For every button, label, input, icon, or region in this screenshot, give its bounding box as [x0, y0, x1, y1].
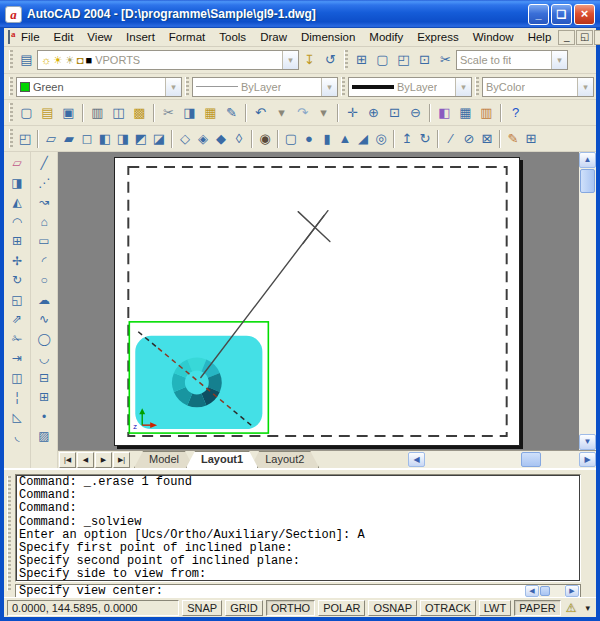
- view-diamond-se-icon[interactable]: ◈: [194, 129, 212, 149]
- viewport-scale-combo[interactable]: Scale to fit ▾: [456, 50, 568, 70]
- erase-icon[interactable]: ▱: [5, 154, 29, 174]
- paste-icon[interactable]: ▦: [200, 103, 221, 123]
- toolbar-grip[interactable]: [9, 77, 13, 97]
- chevron-down-icon[interactable]: ▾: [455, 78, 471, 96]
- copy-icon[interactable]: ◨: [179, 103, 200, 123]
- menu-insert[interactable]: Insert: [119, 29, 162, 45]
- flat-shaded-icon[interactable]: ◧: [96, 129, 114, 149]
- menu-express[interactable]: Express: [410, 29, 466, 45]
- tab-model[interactable]: Model: [134, 451, 194, 468]
- convert-to-viewport-icon[interactable]: ⊡: [414, 50, 435, 70]
- revolve-icon[interactable]: ↻: [416, 129, 434, 149]
- properties-icon[interactable]: ◧: [434, 103, 455, 123]
- toggle-osnap[interactable]: OSNAP: [368, 600, 417, 616]
- toggle-lwt[interactable]: LWT: [479, 600, 511, 616]
- revision-cloud-icon[interactable]: ☁: [32, 291, 56, 311]
- solids-box-icon[interactable]: ▢: [282, 129, 300, 149]
- array-icon[interactable]: ⊞: [5, 232, 29, 252]
- flat-shaded-edges-icon[interactable]: ◩: [132, 129, 150, 149]
- view-diamond-nw-icon[interactable]: ◊: [230, 129, 248, 149]
- close-button[interactable]: ×: [574, 4, 595, 25]
- 3d-wireframe-icon[interactable]: ▰: [60, 129, 78, 149]
- cut-icon[interactable]: ✂: [158, 103, 179, 123]
- maximize-button[interactable]: ❑: [551, 4, 572, 25]
- scroll-left-icon[interactable]: ◀: [408, 452, 425, 467]
- section-icon[interactable]: ⊘: [460, 129, 478, 149]
- interfere-icon[interactable]: ⊠: [478, 129, 496, 149]
- fillet-icon[interactable]: ◟: [5, 427, 29, 447]
- color-combo[interactable]: Green ▾: [16, 77, 182, 97]
- undo-dropdown-icon[interactable]: ▾: [271, 103, 292, 123]
- menu-help[interactable]: Help: [521, 29, 559, 45]
- redo-dropdown-icon[interactable]: ▾: [313, 103, 334, 123]
- setup-view-icon[interactable]: ⊞: [522, 129, 540, 149]
- new-icon[interactable]: ▢: [16, 103, 37, 123]
- chevron-down-icon[interactable]: ▾: [165, 78, 181, 96]
- vertical-scrollbar[interactable]: ▲ ▼: [579, 152, 596, 450]
- toggle-paper[interactable]: PAPER: [514, 600, 560, 616]
- trim-icon[interactable]: ✁: [5, 330, 29, 350]
- chamfer-icon[interactable]: ◺: [5, 408, 29, 428]
- horizontal-scroll-thumb[interactable]: [521, 452, 541, 467]
- toggle-grid[interactable]: GRID: [225, 600, 263, 616]
- mirror-icon[interactable]: ◭: [5, 193, 29, 213]
- command-input[interactable]: Specify view center:: [16, 584, 525, 598]
- viewports-dialog-icon[interactable]: ⊞: [351, 50, 372, 70]
- tab-layout1[interactable]: Layout1: [186, 451, 258, 468]
- circle-icon[interactable]: ○: [32, 271, 56, 291]
- scroll-right-icon[interactable]: ▶: [565, 585, 579, 597]
- help-icon[interactable]: ?: [505, 103, 526, 123]
- command-window-grip[interactable]: [7, 476, 11, 591]
- extrude-icon[interactable]: ↥: [398, 129, 416, 149]
- point-icon[interactable]: •: [32, 408, 56, 428]
- single-viewport-icon[interactable]: ▢: [372, 50, 393, 70]
- page-setup-lock-icon[interactable]: ◰: [16, 129, 34, 149]
- setup-drawing-icon[interactable]: ✎: [504, 129, 522, 149]
- copy-object-icon[interactable]: ◨: [5, 174, 29, 194]
- command-h-scrollbar[interactable]: ◀ ▶: [525, 585, 579, 597]
- designcenter-icon[interactable]: ▦: [455, 103, 476, 123]
- menu-view[interactable]: View: [80, 29, 119, 45]
- make-block-icon[interactable]: ⊞: [32, 388, 56, 408]
- menu-edit[interactable]: Edit: [47, 29, 81, 45]
- chevron-down-icon[interactable]: ▾: [551, 51, 567, 69]
- drawing-file-icon[interactable]: [8, 30, 10, 44]
- layer-combo[interactable]: ☼☀☀◘■ VPORTS ▾: [37, 50, 299, 70]
- construction-line-icon[interactable]: ⋰: [32, 174, 56, 194]
- menu-modify[interactable]: Modify: [362, 29, 410, 45]
- solids-cylinder-icon[interactable]: ▮: [318, 129, 336, 149]
- undo-icon[interactable]: ↶: [250, 103, 271, 123]
- menu-tools[interactable]: Tools: [212, 29, 253, 45]
- view-diamond-ne-icon[interactable]: ◆: [212, 129, 230, 149]
- menu-window[interactable]: Window: [466, 29, 521, 45]
- pan-realtime-icon[interactable]: ✛: [342, 103, 363, 123]
- solids-wedge-icon[interactable]: ◢: [354, 129, 372, 149]
- zoom-previous-icon[interactable]: ⊖: [405, 103, 426, 123]
- save-icon[interactable]: ▣: [58, 103, 79, 123]
- clip-viewport-icon[interactable]: ✂: [435, 50, 456, 70]
- toggle-snap[interactable]: SNAP: [182, 600, 222, 616]
- extend-icon[interactable]: ⇥: [5, 349, 29, 369]
- tab-layout2[interactable]: Layout2: [250, 451, 319, 468]
- plot-icon[interactable]: ▥: [87, 103, 108, 123]
- camera-icon[interactable]: ◉: [256, 129, 274, 149]
- rectangle-icon[interactable]: ▭: [32, 232, 56, 252]
- arc-icon[interactable]: ◜: [32, 252, 56, 272]
- scroll-down-icon[interactable]: ▼: [579, 434, 596, 450]
- horizontal-scrollbar[interactable]: ◀ ▶: [408, 451, 596, 468]
- scroll-left-icon[interactable]: ◀: [525, 585, 539, 597]
- vertical-scroll-thumb[interactable]: [580, 169, 595, 193]
- polygon-icon[interactable]: ⌂: [32, 213, 56, 233]
- insert-block-icon[interactable]: ⊟: [32, 369, 56, 389]
- solids-cone-icon[interactable]: ▲: [336, 129, 354, 149]
- offset-icon[interactable]: ◠: [5, 213, 29, 233]
- redo-icon[interactable]: ↷: [292, 103, 313, 123]
- make-layer-current-icon[interactable]: ↧: [299, 50, 320, 70]
- tab-first-button[interactable]: |◀: [59, 452, 76, 468]
- polygonal-viewport-icon[interactable]: ◰: [393, 50, 414, 70]
- tool-palettes-icon[interactable]: ▥: [476, 103, 497, 123]
- hidden-view-icon[interactable]: ◻: [78, 129, 96, 149]
- toolbar-grip[interactable]: [185, 77, 189, 97]
- stretch-icon[interactable]: ⇗: [5, 310, 29, 330]
- scroll-up-icon[interactable]: ▲: [579, 152, 596, 168]
